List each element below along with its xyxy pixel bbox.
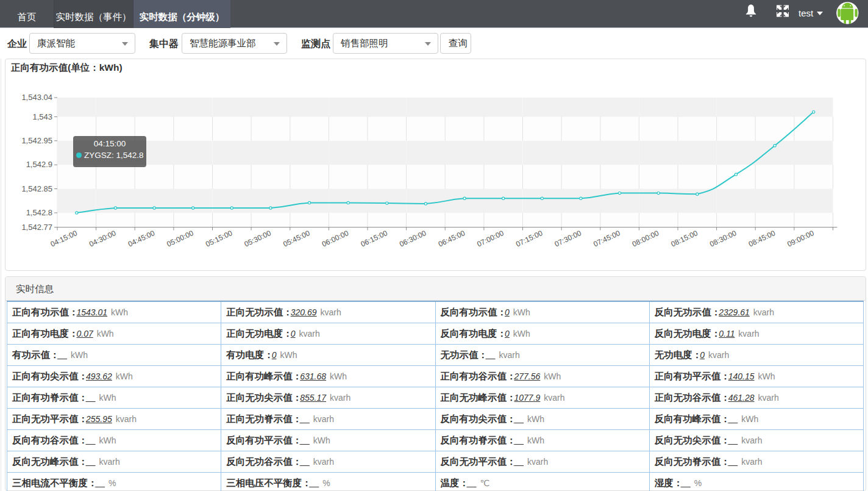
svg-text:1,542.95: 1,542.95 bbox=[21, 136, 52, 145]
svg-text:05:15:00: 05:15:00 bbox=[204, 229, 234, 249]
svg-text:05:45:00: 05:45:00 bbox=[282, 229, 311, 249]
svg-text:07:45:00: 07:45:00 bbox=[592, 229, 622, 249]
svg-text:04:15:00: 04:15:00 bbox=[49, 229, 79, 249]
svg-text:06:45:00: 06:45:00 bbox=[437, 229, 467, 249]
svg-text:07:00:00: 07:00:00 bbox=[475, 229, 505, 249]
svg-text:1,542.85: 1,542.85 bbox=[21, 184, 52, 193]
svg-text:05:00:00: 05:00:00 bbox=[165, 229, 195, 249]
svg-text:1,543.04: 1,543.04 bbox=[21, 93, 52, 102]
svg-text:08:15:00: 08:15:00 bbox=[670, 229, 700, 249]
svg-text:04:30:00: 04:30:00 bbox=[88, 229, 118, 249]
svg-text:08:00:00: 08:00:00 bbox=[631, 229, 661, 249]
svg-text:1,542.77: 1,542.77 bbox=[21, 223, 52, 232]
svg-text:07:30:00: 07:30:00 bbox=[553, 229, 583, 249]
svg-text:1,543: 1,543 bbox=[32, 112, 52, 121]
svg-text:08:45:00: 08:45:00 bbox=[747, 229, 777, 249]
svg-text:06:00:00: 06:00:00 bbox=[321, 229, 350, 249]
svg-text:05:30:00: 05:30:00 bbox=[243, 229, 273, 249]
svg-text:09:00:00: 09:00:00 bbox=[786, 229, 816, 249]
svg-text:1,542.9: 1,542.9 bbox=[26, 160, 52, 169]
svg-text:1,542.8: 1,542.8 bbox=[26, 208, 52, 217]
svg-text:06:30:00: 06:30:00 bbox=[398, 229, 428, 249]
svg-text:04:45:00: 04:45:00 bbox=[127, 229, 157, 249]
svg-text:08:30:00: 08:30:00 bbox=[708, 229, 738, 249]
svg-text:06:15:00: 06:15:00 bbox=[360, 229, 390, 249]
svg-text:07:15:00: 07:15:00 bbox=[514, 229, 544, 249]
